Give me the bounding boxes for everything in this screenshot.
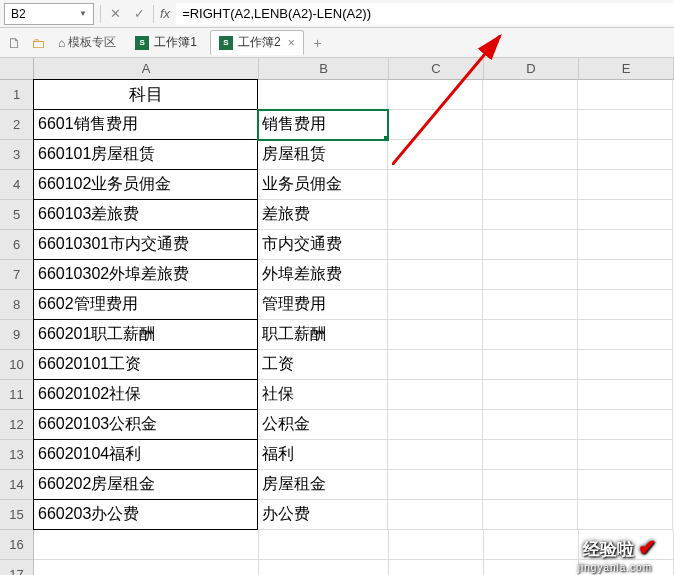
cell-C14[interactable] — [388, 470, 483, 500]
cell-C16[interactable] — [389, 530, 484, 560]
cell-B14[interactable]: 房屋租金 — [258, 470, 388, 500]
row-header-3[interactable]: 3 — [0, 140, 33, 170]
cell-A6[interactable]: 66010301市内交通费 — [33, 229, 258, 260]
cell-C1[interactable] — [388, 80, 483, 110]
fx-icon[interactable]: fx — [160, 6, 170, 21]
cell-C2[interactable] — [388, 110, 483, 140]
cell-A11[interactable]: 66020102社保 — [33, 379, 258, 410]
row-header-10[interactable]: 10 — [0, 350, 33, 380]
cell-A5[interactable]: 660103差旅费 — [33, 199, 258, 230]
cell-B4[interactable]: 业务员佣金 — [258, 170, 388, 200]
workbook-tab-2[interactable]: S 工作簿2 × — [210, 30, 304, 55]
cell-D13[interactable] — [483, 440, 578, 470]
cell-A13[interactable]: 66020104福利 — [33, 439, 258, 470]
cell-E7[interactable] — [578, 260, 673, 290]
cell-E5[interactable] — [578, 200, 673, 230]
cell-D17[interactable] — [484, 560, 579, 575]
cell-C13[interactable] — [388, 440, 483, 470]
cell-A14[interactable]: 660202房屋租金 — [33, 469, 258, 500]
col-header-E[interactable]: E — [579, 58, 674, 79]
row-header-4[interactable]: 4 — [0, 170, 33, 200]
cell-B10[interactable]: 工资 — [258, 350, 388, 380]
row-header-1[interactable]: 1 — [0, 80, 33, 110]
col-header-C[interactable]: C — [389, 58, 484, 79]
cell-E3[interactable] — [578, 140, 673, 170]
cell-B1[interactable] — [258, 80, 388, 110]
cell-A8[interactable]: 6602管理费用 — [33, 289, 258, 320]
cell-C15[interactable] — [388, 500, 483, 530]
cell-B8[interactable]: 管理费用 — [258, 290, 388, 320]
cell-E14[interactable] — [578, 470, 673, 500]
cell-D15[interactable] — [483, 500, 578, 530]
cell-B17[interactable] — [259, 560, 389, 575]
cell-B7[interactable]: 外埠差旅费 — [258, 260, 388, 290]
cell-B12[interactable]: 公积金 — [258, 410, 388, 440]
row-header-6[interactable]: 6 — [0, 230, 33, 260]
workbook-tab-1[interactable]: S 工作簿1 — [126, 30, 206, 55]
cell-C12[interactable] — [388, 410, 483, 440]
cell-B9[interactable]: 职工薪酬 — [258, 320, 388, 350]
open-folder-icon[interactable]: 🗀 — [28, 33, 48, 53]
row-header-9[interactable]: 9 — [0, 320, 33, 350]
cell-C10[interactable] — [388, 350, 483, 380]
cell-A16[interactable] — [34, 530, 259, 560]
new-file-icon[interactable]: 🗋 — [4, 33, 24, 53]
row-header-5[interactable]: 5 — [0, 200, 33, 230]
cell-A15[interactable]: 660203办公费 — [33, 499, 258, 530]
col-header-D[interactable]: D — [484, 58, 579, 79]
row-header-12[interactable]: 12 — [0, 410, 33, 440]
cell-A12[interactable]: 66020103公积金 — [33, 409, 258, 440]
col-header-B[interactable]: B — [259, 58, 389, 79]
row-header-16[interactable]: 16 — [0, 530, 33, 560]
cell-A3[interactable]: 660101房屋租赁 — [33, 139, 258, 170]
cell-A1[interactable]: 科目 — [33, 79, 258, 110]
cell-B3[interactable]: 房屋租赁 — [258, 140, 388, 170]
cell-E8[interactable] — [578, 290, 673, 320]
cell-D6[interactable] — [483, 230, 578, 260]
cell-E13[interactable] — [578, 440, 673, 470]
cell-E11[interactable] — [578, 380, 673, 410]
cell-E2[interactable] — [578, 110, 673, 140]
cell-A10[interactable]: 66020101工资 — [33, 349, 258, 380]
name-box[interactable]: B2 ▼ — [4, 3, 94, 25]
cell-C6[interactable] — [388, 230, 483, 260]
row-header-11[interactable]: 11 — [0, 380, 33, 410]
cell-E6[interactable] — [578, 230, 673, 260]
cell-D11[interactable] — [483, 380, 578, 410]
cell-D12[interactable] — [483, 410, 578, 440]
row-header-2[interactable]: 2 — [0, 110, 33, 140]
cell-B11[interactable]: 社保 — [258, 380, 388, 410]
cell-D8[interactable] — [483, 290, 578, 320]
close-icon[interactable]: × — [288, 36, 295, 50]
cell-E15[interactable] — [578, 500, 673, 530]
cell-D14[interactable] — [483, 470, 578, 500]
row-header-17[interactable]: 17 — [0, 560, 33, 575]
cell-E1[interactable] — [578, 80, 673, 110]
row-header-14[interactable]: 14 — [0, 470, 33, 500]
cell-D16[interactable] — [484, 530, 579, 560]
row-header-15[interactable]: 15 — [0, 500, 33, 530]
select-all-corner[interactable] — [0, 58, 33, 80]
row-header-7[interactable]: 7 — [0, 260, 33, 290]
formula-input[interactable]: =RIGHT(A2,LENB(A2)-LEN(A2)) — [176, 3, 674, 25]
cell-C11[interactable] — [388, 380, 483, 410]
cell-E4[interactable] — [578, 170, 673, 200]
cell-B6[interactable]: 市内交通费 — [258, 230, 388, 260]
cell-C9[interactable] — [388, 320, 483, 350]
cell-B15[interactable]: 办公费 — [258, 500, 388, 530]
cell-A7[interactable]: 66010302外埠差旅费 — [33, 259, 258, 290]
cell-A17[interactable] — [34, 560, 259, 575]
cell-C3[interactable] — [388, 140, 483, 170]
row-header-13[interactable]: 13 — [0, 440, 33, 470]
cell-C7[interactable] — [388, 260, 483, 290]
template-area-button[interactable]: ⌂ 模板专区 — [52, 32, 122, 53]
cell-D1[interactable] — [483, 80, 578, 110]
add-tab-button[interactable]: + — [308, 33, 328, 53]
col-header-A[interactable]: A — [34, 58, 259, 79]
name-box-dropdown-icon[interactable]: ▼ — [79, 9, 87, 18]
cell-E12[interactable] — [578, 410, 673, 440]
cell-D7[interactable] — [483, 260, 578, 290]
cell-C4[interactable] — [388, 170, 483, 200]
cell-A2[interactable]: 6601销售费用 — [33, 109, 258, 140]
cell-D5[interactable] — [483, 200, 578, 230]
